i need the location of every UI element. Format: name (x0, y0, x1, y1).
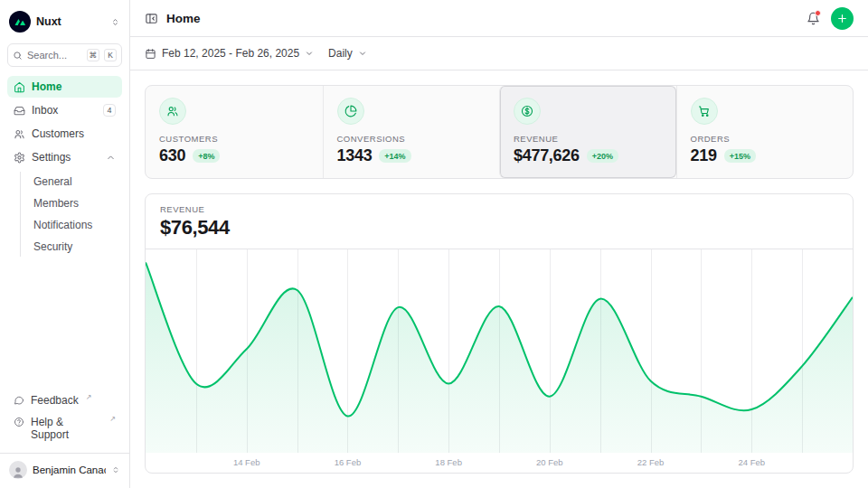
workspace-switcher[interactable]: Nuxt (7, 7, 122, 36)
sidebar-item-customers[interactable]: Customers (7, 123, 122, 145)
sidebar-item-home[interactable]: Home (7, 76, 122, 98)
sidebar-item-label: Inbox (32, 104, 58, 117)
inbox-count-badge: 4 (103, 104, 116, 117)
user-menu[interactable]: Benjamin Canac (0, 453, 129, 481)
chart-title: REVENUE (160, 204, 838, 214)
feedback-label: Feedback (31, 394, 79, 407)
gear-icon (14, 152, 25, 164)
date-range-label: Feb 12, 2025 - Feb 26, 2025 (162, 47, 299, 60)
granularity-select[interactable]: Daily (328, 47, 367, 60)
x-tick-label: 18 Feb (435, 457, 462, 467)
stat-value: $477,626 (514, 146, 580, 165)
date-range-picker[interactable]: Feb 12, 2025 - Feb 26, 2025 (145, 47, 314, 60)
feedback-link[interactable]: Feedback ↗ (7, 391, 122, 409)
help-circle-icon (14, 417, 24, 427)
x-tick-label: 22 Feb (637, 457, 665, 467)
revenue-chart-card: REVENUE $76,544 14 Feb16 Feb18 Feb20 Feb… (145, 193, 854, 474)
kbd-k: K (104, 49, 117, 61)
stat-delta-badge: +20% (587, 149, 618, 163)
stat-card-orders[interactable]: ORDERS 219 +15% (676, 86, 854, 178)
sidebar-item-members[interactable]: Members (28, 193, 122, 213)
top-header: Home (130, 0, 868, 37)
settings-sub-list: General Members Notifications Security (20, 172, 122, 257)
sidebar-item-label: Customers (32, 127, 84, 140)
stat-value: 219 (691, 146, 717, 165)
chart-pie-icon (337, 98, 364, 125)
stat-card-conversions[interactable]: CONVERSIONS 1343 +14% (323, 86, 500, 178)
search-input[interactable]: Search... ⌘ K (7, 43, 122, 67)
stat-label: REVENUE (514, 134, 663, 144)
inbox-icon (14, 105, 25, 117)
revenue-area-chart[interactable]: 14 Feb16 Feb18 Feb20 Feb22 Feb24 Feb (146, 249, 853, 473)
page-title: Home (166, 12, 201, 25)
chevron-up-down-icon (110, 17, 120, 27)
sidebar-item-settings[interactable]: Settings (7, 146, 122, 168)
sidebar: Nuxt Search... ⌘ K Home (0, 0, 130, 488)
stat-label: ORDERS (691, 134, 840, 144)
user-name: Benjamin Canac (33, 465, 106, 475)
sidebar-spacer (7, 262, 122, 388)
stat-label: CONVERSIONS (337, 134, 486, 144)
chevron-down-icon (305, 49, 314, 58)
chevron-down-icon (358, 49, 367, 58)
stat-card-revenue[interactable]: REVENUE $477,626 +20% (499, 86, 676, 178)
chevron-up-icon (106, 153, 116, 163)
external-link-icon: ↗ (109, 416, 116, 423)
notifications-button[interactable] (807, 12, 820, 25)
external-link-icon: ↗ (86, 394, 92, 401)
area-line-svg (146, 249, 853, 453)
header-actions (807, 7, 854, 30)
granularity-label: Daily (328, 47, 353, 60)
x-tick-label: 14 Feb (233, 457, 260, 467)
chart-current-value: $76,544 (160, 216, 838, 239)
notification-dot (815, 10, 821, 16)
stat-delta-badge: +15% (724, 149, 756, 163)
sidebar-item-notifications[interactable]: Notifications (28, 215, 122, 235)
sidebar-nav: Home Inbox 4 Customers Settings (7, 76, 122, 258)
plus-icon (836, 13, 848, 24)
dashboard-content: CUSTOMERS 630 +8% CONVERSIONS 1343 +14% (130, 70, 868, 488)
stat-label: CUSTOMERS (159, 134, 309, 144)
filters-toolbar: Feb 12, 2025 - Feb 26, 2025 Daily (130, 37, 868, 70)
stat-value: 630 (159, 146, 185, 165)
circle-dollar-icon (514, 98, 541, 125)
users-icon (14, 128, 25, 140)
kbd-cmd: ⌘ (87, 49, 100, 61)
sidebar-item-label: Home (32, 80, 61, 93)
x-tick-label: 20 Feb (536, 457, 563, 467)
x-axis: 14 Feb16 Feb18 Feb20 Feb22 Feb24 Feb (146, 457, 853, 470)
help-support-label: Help & Support (31, 416, 102, 441)
avatar (9, 461, 27, 479)
sidebar-item-label: Settings (32, 151, 71, 164)
chart-plot-area (146, 249, 853, 453)
help-support-link[interactable]: Help & Support ↗ (7, 413, 122, 444)
x-tick-label: 16 Feb (335, 457, 362, 467)
sidebar-item-inbox[interactable]: Inbox 4 (7, 99, 122, 121)
sidebar-item-general[interactable]: General (28, 172, 122, 192)
stat-delta-badge: +8% (193, 149, 220, 163)
chevron-up-down-icon (111, 465, 120, 474)
search-placeholder: Search... (27, 50, 82, 61)
workspace-name: Nuxt (36, 15, 105, 28)
calendar-icon (145, 48, 156, 60)
main-area: Home Feb 12, 2025 - Feb 26, 2025 (130, 0, 868, 488)
search-icon (13, 51, 23, 61)
x-tick-label: 24 Feb (738, 457, 765, 467)
add-button[interactable] (831, 7, 854, 30)
shopping-cart-icon (691, 98, 718, 125)
users-icon (159, 98, 186, 125)
stat-delta-badge: +14% (379, 149, 410, 163)
message-bubble-icon (14, 395, 24, 406)
sidebar-item-security[interactable]: Security (28, 237, 122, 257)
dashboard-app: Nuxt Search... ⌘ K Home (0, 0, 868, 488)
stats-row: CUSTOMERS 630 +8% CONVERSIONS 1343 +14% (145, 85, 854, 179)
chart-header: REVENUE $76,544 (146, 194, 853, 249)
nuxt-logo-icon (9, 11, 31, 33)
home-icon (14, 81, 25, 93)
stat-value: 1343 (337, 146, 373, 165)
collapse-sidebar-button[interactable] (145, 12, 158, 25)
stat-card-customers[interactable]: CUSTOMERS 630 +8% (146, 86, 323, 178)
